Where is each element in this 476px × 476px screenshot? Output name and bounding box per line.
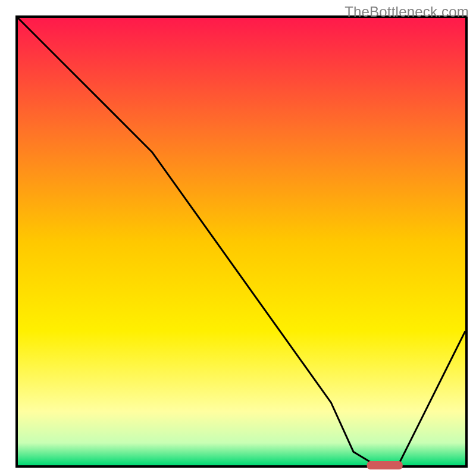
chart-container: TheBottleneck.com	[0, 0, 476, 476]
chart-svg	[0, 0, 476, 476]
optimal-marker	[367, 461, 403, 469]
watermark-text: TheBottleneck.com	[345, 4, 469, 20]
